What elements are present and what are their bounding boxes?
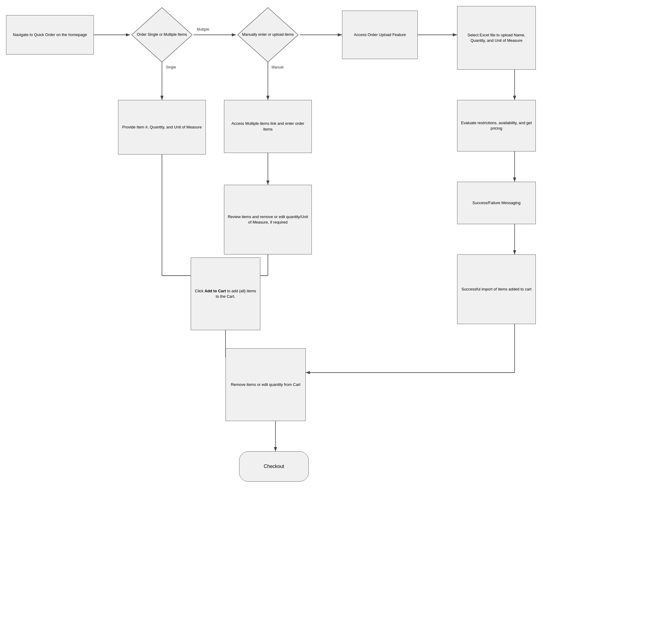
- successful-import-node: Successful import of items added to cart: [457, 254, 536, 324]
- checkout-node: Checkout: [239, 451, 309, 482]
- manual-label: Manual: [271, 65, 283, 69]
- add-to-cart-node: Click Add to Cart to add (all) items to …: [191, 257, 260, 330]
- select-excel-node: Select Excel file to upload Name, Quanti…: [457, 6, 536, 70]
- multiple-label: Multiple: [197, 27, 209, 31]
- review-items-node: Review items and remove or edit quantity…: [224, 185, 312, 254]
- success-failure-node: Success/Failure Messaging: [457, 182, 536, 224]
- flowchart-diagram: Navigate to Quick Order on the homepage …: [0, 0, 672, 627]
- provide-item-node: Provide Item #, Quantity, and Unit of Me…: [118, 100, 206, 155]
- single-multiple-diamond: Order Single or Multiple Items: [130, 6, 194, 64]
- remove-items-node: Remove items or edit quantity from Cart: [225, 348, 306, 421]
- arrows-layer: [0, 0, 672, 627]
- access-order-upload-node: Access Order Upload Feature: [342, 10, 418, 59]
- navigate-node: Navigate to Quick Order on the homepage: [6, 15, 94, 54]
- evaluate-node: Evaluate restrictions, availability, and…: [457, 100, 536, 152]
- access-multiple-node: Access Multiple items link and enter ord…: [224, 100, 312, 153]
- single-label: Single: [166, 65, 176, 69]
- manual-upload-diamond: Manually enter or upload items: [236, 6, 300, 64]
